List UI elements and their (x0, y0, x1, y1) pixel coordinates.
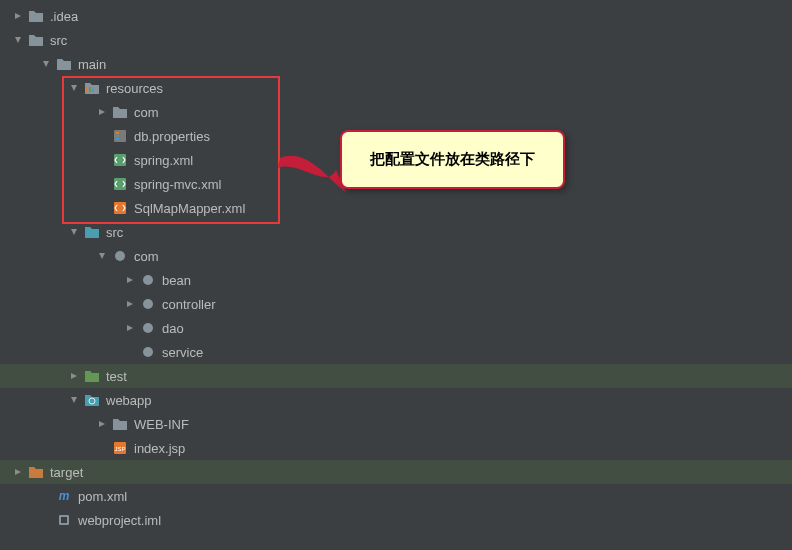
svg-rect-4 (116, 132, 119, 134)
tree-label: main (78, 57, 106, 72)
folder-icon (28, 32, 44, 48)
tree-label: src (50, 33, 67, 48)
tree-label: dao (162, 321, 184, 336)
svg-point-14 (143, 347, 153, 357)
svg-point-11 (143, 275, 153, 285)
expand-arrow-icon[interactable] (68, 394, 80, 406)
tree-row-sqlmap-xml[interactable]: SqlMapMapper.xml (0, 196, 792, 220)
package-icon (140, 320, 156, 336)
svg-rect-3 (114, 130, 126, 142)
tree-label: service (162, 345, 203, 360)
annotation-callout: 把配置文件放在类路径下 (340, 130, 565, 189)
expand-arrow-icon[interactable] (12, 34, 24, 46)
svg-rect-5 (116, 135, 119, 137)
expand-arrow-icon[interactable] (96, 250, 108, 262)
svg-rect-0 (86, 88, 88, 92)
tree-row-com2[interactable]: com (0, 244, 792, 268)
svg-rect-2 (92, 89, 94, 92)
svg-rect-7 (114, 154, 126, 166)
tree-row-pom-xml[interactable]: m pom.xml (0, 484, 792, 508)
tree-row-dao[interactable]: dao (0, 316, 792, 340)
tree-label: db.properties (134, 129, 210, 144)
tree-label: resources (106, 81, 163, 96)
tree-label: .idea (50, 9, 78, 24)
tree-label: src (106, 225, 123, 240)
tree-label: WEB-INF (134, 417, 189, 432)
package-icon (140, 272, 156, 288)
tree-label: spring.xml (134, 153, 193, 168)
package-icon (140, 344, 156, 360)
folder-icon (56, 56, 72, 72)
tree-label: bean (162, 273, 191, 288)
tree-row-test[interactable]: test (0, 364, 792, 388)
svg-point-12 (143, 299, 153, 309)
collapse-arrow-icon[interactable] (124, 274, 136, 286)
svg-point-13 (143, 323, 153, 333)
target-folder-icon (28, 464, 44, 480)
tree-row-webapp[interactable]: webapp (0, 388, 792, 412)
callout-text: 把配置文件放在类路径下 (370, 150, 535, 167)
svg-rect-1 (89, 87, 91, 92)
web-folder-icon (84, 392, 100, 408)
tree-row-main[interactable]: main (0, 52, 792, 76)
spring-xml-file-icon (112, 176, 128, 192)
tree-label: SqlMapMapper.xml (134, 201, 245, 216)
maven-file-icon: m (56, 488, 72, 504)
jsp-file-icon: JSP (112, 440, 128, 456)
tree-row-idea[interactable]: .idea (0, 4, 792, 28)
expand-arrow-icon[interactable] (40, 58, 52, 70)
collapse-arrow-icon[interactable] (12, 10, 24, 22)
svg-rect-6 (116, 138, 119, 140)
tree-row-webproject-iml[interactable]: webproject.iml (0, 508, 792, 532)
folder-icon (112, 416, 128, 432)
iml-file-icon (56, 512, 72, 528)
tree-row-resources[interactable]: resources (0, 76, 792, 100)
tree-row-src2[interactable]: src (0, 220, 792, 244)
tree-label: test (106, 369, 127, 384)
svg-point-10 (115, 251, 125, 261)
svg-rect-8 (114, 178, 126, 190)
package-icon (112, 248, 128, 264)
tree-row-com[interactable]: com (0, 100, 792, 124)
tree-row-target[interactable]: target (0, 460, 792, 484)
svg-rect-20 (61, 517, 67, 523)
tree-label: target (50, 465, 83, 480)
tree-row-webinf[interactable]: WEB-INF (0, 412, 792, 436)
expand-arrow-icon[interactable] (68, 226, 80, 238)
tree-label: com (134, 105, 159, 120)
collapse-arrow-icon[interactable] (124, 322, 136, 334)
svg-text:JSP: JSP (114, 446, 125, 452)
collapse-arrow-icon[interactable] (96, 106, 108, 118)
tree-label: webproject.iml (78, 513, 161, 528)
test-folder-icon (84, 368, 100, 384)
resources-folder-icon (84, 80, 100, 96)
tree-label: spring-mvc.xml (134, 177, 221, 192)
collapse-arrow-icon[interactable] (96, 418, 108, 430)
tree-label: controller (162, 297, 215, 312)
collapse-arrow-icon[interactable] (124, 298, 136, 310)
svg-text:m: m (59, 489, 70, 503)
spring-xml-file-icon (112, 152, 128, 168)
tree-label: index.jsp (134, 441, 185, 456)
collapse-arrow-icon[interactable] (68, 370, 80, 382)
collapse-arrow-icon[interactable] (12, 466, 24, 478)
tree-row-bean[interactable]: bean (0, 268, 792, 292)
tree-label: com (134, 249, 159, 264)
tree-label: webapp (106, 393, 152, 408)
properties-file-icon (112, 128, 128, 144)
package-icon (140, 296, 156, 312)
project-tree: .idea src main resources com db.properti… (0, 0, 792, 532)
svg-rect-9 (114, 202, 126, 214)
tree-row-service[interactable]: service (0, 340, 792, 364)
tree-row-controller[interactable]: controller (0, 292, 792, 316)
folder-icon (112, 104, 128, 120)
expand-arrow-icon[interactable] (68, 82, 80, 94)
tree-row-src[interactable]: src (0, 28, 792, 52)
tree-row-index-jsp[interactable]: JSP index.jsp (0, 436, 792, 460)
tree-label: pom.xml (78, 489, 127, 504)
source-folder-icon (84, 224, 100, 240)
xml-file-icon (112, 200, 128, 216)
folder-icon (28, 8, 44, 24)
